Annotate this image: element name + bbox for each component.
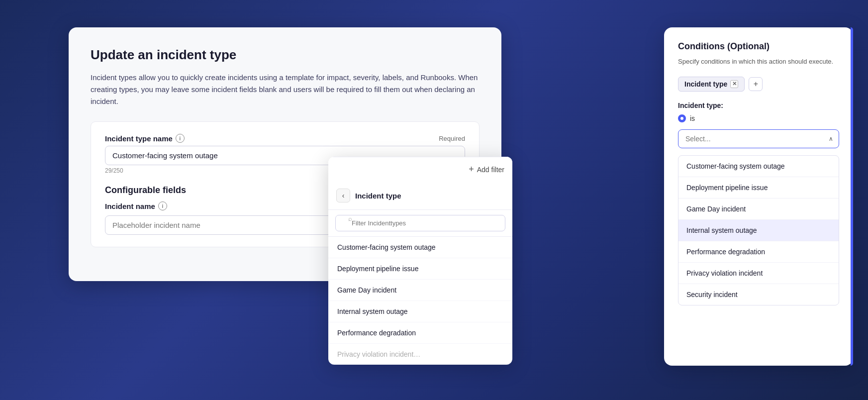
incident-type-tag: Incident type ✕ xyxy=(678,77,745,92)
incident-name-info-icon[interactable]: i xyxy=(158,201,167,210)
incident-type-name-label: Incident type name i xyxy=(105,134,185,143)
incident-type-name-info-icon[interactable]: i xyxy=(176,134,185,143)
filter-header: ‹ Incident type xyxy=(328,182,512,210)
add-condition-btn[interactable]: + xyxy=(749,77,763,91)
select-input[interactable] xyxy=(678,129,839,148)
filter-title: Incident type xyxy=(355,192,401,200)
condition-field-label: Incident type: xyxy=(678,101,839,109)
filter-search-input[interactable] xyxy=(335,215,505,231)
add-filter-plus-icon: + xyxy=(469,164,474,175)
radio-label: is xyxy=(690,114,695,122)
dropdown-item-privacy[interactable]: Privacy violation incident xyxy=(678,263,839,284)
required-badge: Required xyxy=(439,135,465,142)
conditions-dropdown-list: Customer-facing system outage Deployment… xyxy=(678,155,839,305)
filter-item-internal[interactable]: Internal system outage xyxy=(328,301,512,322)
dropdown-item-security[interactable]: Security incident xyxy=(678,284,839,305)
page-description: Incident types allow you to quickly crea… xyxy=(91,72,480,107)
blue-bar xyxy=(851,27,853,366)
conditions-desc: Specify conditions in which this action … xyxy=(678,57,839,67)
add-filter-label: Add filter xyxy=(477,166,504,174)
filter-item-privacy-partial[interactable]: Privacy violation incident… xyxy=(328,344,512,365)
tag-row: Incident type ✕ + xyxy=(678,77,839,92)
back-btn[interactable]: ‹ xyxy=(336,189,350,202)
dropdown-item-game-day[interactable]: Game Day incident xyxy=(678,199,839,220)
dropdown-item-internal[interactable]: Internal system outage xyxy=(678,220,839,241)
select-input-wrap: ∧ xyxy=(678,129,839,148)
filter-item-customer-facing[interactable]: Customer-facing system outage xyxy=(328,237,512,258)
search-icon: ⌕ xyxy=(348,215,352,222)
filter-panel: + Add filter ‹ Incident type ⌕ Customer-… xyxy=(328,157,512,365)
dropdown-item-performance[interactable]: Performance degradation xyxy=(678,241,839,263)
incident-type-name-row: Incident type name i Required xyxy=(105,134,465,143)
filter-item-game-day[interactable]: Game Day incident xyxy=(328,280,512,301)
conditions-title: Conditions (Optional) xyxy=(678,41,839,52)
filter-search-row: ⌕ xyxy=(328,210,512,237)
radio-row: is xyxy=(678,114,839,122)
page-title: Update an incident type xyxy=(91,47,480,63)
dropdown-item-customer-facing[interactable]: Customer-facing system outage xyxy=(678,156,839,177)
conditions-panel: Conditions (Optional) Specify conditions… xyxy=(664,27,853,366)
add-filter-btn[interactable]: + Add filter xyxy=(469,164,504,175)
add-filter-row: + Add filter xyxy=(328,157,512,182)
filter-item-performance[interactable]: Performance degradation xyxy=(328,322,512,344)
dropdown-item-deployment[interactable]: Deployment pipeline issue xyxy=(678,177,839,199)
is-radio-btn[interactable] xyxy=(678,114,686,122)
filter-search-wrap: ⌕ xyxy=(335,215,505,231)
filter-item-deployment[interactable]: Deployment pipeline issue xyxy=(328,258,512,280)
tag-close-btn[interactable]: ✕ xyxy=(730,80,738,88)
